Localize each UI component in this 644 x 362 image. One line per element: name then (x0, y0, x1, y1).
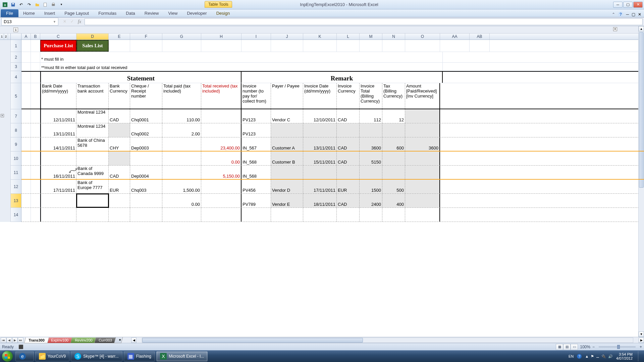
cell-payer[interactable] (271, 123, 303, 137)
start-button[interactable] (0, 351, 15, 362)
cell-curr[interactable]: CHY (109, 137, 130, 151)
workbook-minimize-icon[interactable]: ─ (626, 12, 629, 17)
cell-payer[interactable]: Vendor E (271, 194, 303, 207)
cell-tax[interactable]: 12 (382, 109, 405, 123)
macro-record-icon[interactable]: ⬛ (18, 345, 23, 349)
help-icon[interactable]: ? (618, 12, 623, 17)
sheet-nav-next[interactable]: ▶ (12, 338, 18, 343)
vertical-scrollbar[interactable]: ▲ ▼ (638, 26, 644, 337)
vscroll-up[interactable]: ▲ (639, 26, 644, 32)
horizontal-scrollbar[interactable] (142, 338, 633, 343)
col-G[interactable]: G (162, 34, 201, 40)
tray-lang[interactable]: EN (569, 354, 574, 358)
cell-paid[interactable]: 1,500.00 (162, 180, 201, 193)
cell-idate[interactable] (303, 123, 337, 137)
row-10[interactable]: 10 (11, 152, 21, 166)
cell-date[interactable]: 14/11/2011 (40, 137, 76, 151)
row-7[interactable]: 7 (11, 109, 21, 123)
col-A[interactable]: A (21, 34, 31, 40)
cell-payer[interactable]: Customer A (271, 137, 303, 151)
outline-col-1[interactable]: 1 (13, 27, 18, 32)
redo-icon[interactable]: ↷ (25, 1, 33, 8)
cell-tax[interactable] (382, 152, 405, 165)
cell-inv[interactable]: PV123 (241, 123, 271, 137)
cell-inv[interactable]: IN_567 (241, 137, 271, 151)
qat-dropdown-icon[interactable]: ▼ (58, 1, 65, 8)
col-I[interactable]: I (241, 34, 271, 40)
name-box[interactable]: D13 ▼ (1, 18, 58, 25)
cell-inv[interactable]: PV123 (241, 109, 271, 123)
print-preview-icon[interactable] (50, 1, 57, 8)
tray-show-hidden-icon[interactable]: ▲ (585, 354, 589, 359)
cell-idate[interactable]: 12/10/2011 (303, 109, 337, 123)
cell-paid[interactable] (162, 137, 201, 151)
cell-recv[interactable]: 23,400.00 (201, 137, 241, 151)
cell-idate[interactable]: 15/11/2011 (303, 152, 337, 165)
cell-date[interactable] (40, 152, 76, 165)
col-O[interactable]: O (405, 34, 440, 40)
ribbon-minimize-icon[interactable]: ⌃ (612, 12, 615, 17)
cell-itotal[interactable] (360, 123, 382, 137)
cell-acct[interactable]: Montreal 1234 (76, 109, 109, 123)
cell-cheque[interactable]: Chq0002 (130, 123, 162, 137)
tab-page-layout[interactable]: Page Layout (60, 9, 94, 17)
row-9[interactable]: 9 (11, 137, 21, 152)
zoom-out-icon[interactable]: − (592, 345, 595, 349)
cell-date[interactable] (40, 194, 76, 207)
cell-idate[interactable]: 13/11/2011 (303, 137, 337, 151)
cell-acct[interactable]: Bank of China 5678 (76, 137, 109, 151)
cell-curr[interactable] (109, 194, 130, 207)
new-icon[interactable] (42, 1, 49, 8)
col-F[interactable]: F (130, 34, 162, 40)
view-normal-icon[interactable]: ▦ (556, 344, 563, 350)
cell-tax[interactable]: 500 (382, 180, 405, 193)
cell-itotal[interactable]: 112 (360, 109, 382, 123)
cell-icurr[interactable] (337, 166, 360, 179)
tab-view[interactable]: View (163, 9, 182, 17)
col-H[interactable]: H (201, 34, 241, 40)
cell-itotal[interactable]: 5150 (360, 152, 382, 165)
cell-inv[interactable]: IN_568 (241, 152, 271, 165)
row-14[interactable]: 14 (11, 208, 21, 222)
cell-amt[interactable] (405, 123, 440, 137)
cell-amt[interactable]: 3600 (405, 137, 440, 151)
fx-icon[interactable]: fx (78, 19, 81, 24)
taskbar-flashing[interactable]: ▦Flashing (124, 351, 155, 361)
cell-tax[interactable]: 400 (382, 194, 405, 207)
sheet-tab-expinv100[interactable]: ExpInv100 (46, 338, 73, 343)
tray-power-icon[interactable]: 🔌 (601, 354, 606, 359)
cell-payer[interactable]: Customer B (271, 152, 303, 165)
cell-inv[interactable]: PV789 (241, 194, 271, 207)
cell-icurr[interactable]: CAD (337, 194, 360, 207)
cell-acct[interactable]: Montreal 1234 (76, 123, 109, 137)
cell-cheque[interactable] (130, 152, 162, 165)
cell-itotal[interactable] (360, 166, 382, 179)
undo-icon[interactable]: ↶ (17, 1, 25, 8)
row-5[interactable]: 5 (11, 83, 21, 109)
excel-icon[interactable]: X (1, 1, 9, 8)
cell-paid[interactable]: 110.00 (162, 109, 201, 123)
tab-review[interactable]: Review (140, 9, 164, 17)
col-M[interactable]: M (360, 34, 382, 40)
cell-date[interactable]: 17/11/2011 (40, 180, 76, 193)
cell-cheque[interactable] (130, 194, 162, 207)
cell-payer[interactable]: Vendor C (271, 109, 303, 123)
cell-curr[interactable]: CAD (109, 166, 130, 179)
save-icon[interactable] (9, 1, 17, 8)
cell-idate[interactable]: 17/11/2011 (303, 180, 337, 193)
cell-itotal[interactable]: 2400 (360, 194, 382, 207)
open-icon[interactable] (34, 1, 41, 8)
taskbar-excel[interactable]: XMicrosoft Excel - I... (156, 351, 208, 361)
taskbar-folder[interactable]: 📁YourCoV9 (35, 351, 69, 361)
outline-row-1[interactable]: 1 (0, 34, 4, 40)
tray-help-icon[interactable]: ? (577, 354, 582, 359)
tab-design[interactable]: Design (212, 9, 234, 17)
new-sheet-button[interactable]: ✦ (114, 337, 123, 343)
col-C[interactable]: C (40, 34, 76, 40)
cell-icurr[interactable] (337, 123, 360, 137)
taskbar-skype[interactable]: SSkype™ [4] - warr... (71, 351, 122, 361)
cell-itotal[interactable]: 3600 (360, 137, 382, 151)
cell-date[interactable]: 12/11/2011 (40, 109, 76, 123)
zoom-slider[interactable] (599, 346, 636, 348)
cell-curr[interactable] (109, 152, 130, 165)
